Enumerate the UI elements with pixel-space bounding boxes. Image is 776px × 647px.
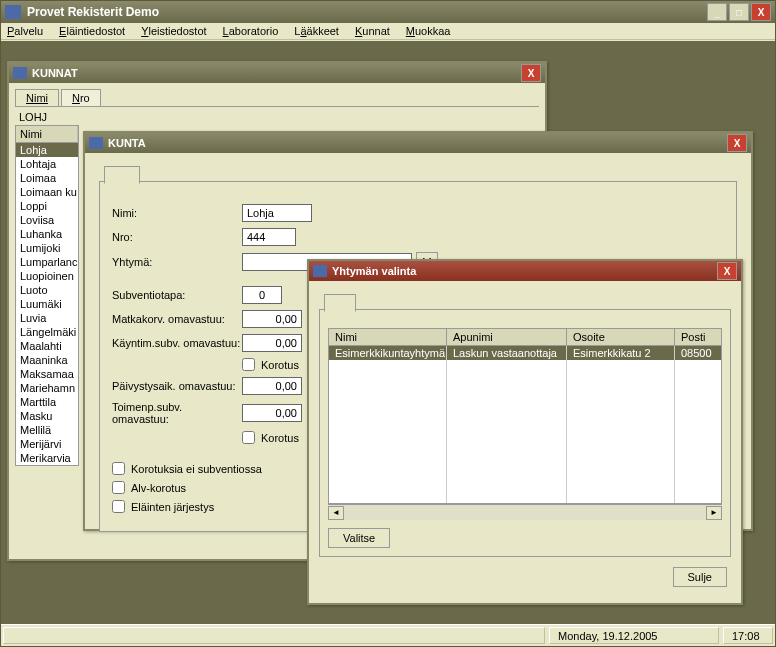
- label-chk1: Korotuksia ei subventiossa: [131, 463, 262, 475]
- label-chk3: Eläinten järjestys: [131, 501, 214, 513]
- col-apunimi[interactable]: Apunimi: [447, 329, 567, 345]
- list-item[interactable]: Luumäki: [16, 297, 78, 311]
- window-icon: [89, 137, 103, 149]
- window-icon: [313, 265, 327, 277]
- cell-posti: 08500: [675, 346, 721, 360]
- list-item[interactable]: Merijärvi: [16, 437, 78, 451]
- list-item[interactable]: Luvia: [16, 311, 78, 325]
- grid-row[interactable]: Esimerkkikuntayhtymä Laskun vastaanottaj…: [329, 346, 721, 360]
- app-icon: [5, 5, 21, 19]
- valitse-button[interactable]: Valitse: [328, 528, 390, 548]
- kunta-title: KUNTA: [108, 137, 727, 149]
- chk-alv-korotus[interactable]: [112, 481, 125, 494]
- col-nimi[interactable]: Nimi: [329, 329, 447, 345]
- list-item[interactable]: Marttila: [16, 395, 78, 409]
- label-korotus-1: Korotus: [261, 359, 299, 371]
- col-posti[interactable]: Posti: [675, 329, 721, 345]
- yht-close-button[interactable]: X: [717, 262, 737, 280]
- app-title: Provet Rekisterit Demo: [27, 5, 707, 19]
- kunta-close-button[interactable]: X: [727, 134, 747, 152]
- label-paivystys: Päivystysaik. omavastuu:: [112, 380, 242, 392]
- sulje-button[interactable]: Sulje: [673, 567, 727, 587]
- label-chk2: Alv-korotus: [131, 482, 186, 494]
- list-item[interactable]: Luopioinen: [16, 269, 78, 283]
- list-item[interactable]: Loimaa: [16, 171, 78, 185]
- input-nro[interactable]: [242, 228, 296, 246]
- window-icon: [13, 67, 27, 79]
- label-nro: Nro:: [112, 231, 242, 243]
- maximize-button[interactable]: □: [729, 3, 749, 21]
- grid-hscroll[interactable]: ◄ ►: [328, 504, 722, 520]
- list-item[interactable]: Maaninka: [16, 353, 78, 367]
- cell-apunimi: Laskun vastaanottaja: [447, 346, 567, 360]
- kunnat-tabs: Nimi Nro: [15, 89, 539, 107]
- menu-palvelu[interactable]: Palvelu: [7, 25, 43, 37]
- list-item[interactable]: Maalahti: [16, 339, 78, 353]
- chk-korotuksia-ei[interactable]: [112, 462, 125, 475]
- status-main: [3, 627, 545, 644]
- menu-muokkaa[interactable]: Muokkaa: [406, 25, 451, 37]
- list-item[interactable]: Luhanka: [16, 227, 78, 241]
- search-value: LOHJ: [15, 109, 539, 125]
- input-matkakorv[interactable]: [242, 310, 302, 328]
- minimize-button[interactable]: _: [707, 3, 727, 21]
- statusbar: Monday, 19.12.2005 17:08: [1, 624, 775, 646]
- list-item[interactable]: Loppi: [16, 199, 78, 213]
- kunnat-title: KUNNAT: [32, 67, 521, 79]
- tab-nimi[interactable]: Nimi: [15, 89, 59, 106]
- list-item[interactable]: Mariehamn: [16, 381, 78, 395]
- list-item[interactable]: Merikarvia: [16, 451, 78, 465]
- status-date: Monday, 19.12.2005: [549, 627, 719, 644]
- list-item[interactable]: Lumijoki: [16, 241, 78, 255]
- kunta-titlebar[interactable]: KUNTA X: [85, 133, 751, 153]
- label-matkakorv: Matkakorv. omavastuu:: [112, 313, 242, 325]
- label-nimi: Nimi:: [112, 207, 242, 219]
- list-item[interactable]: Masku: [16, 409, 78, 423]
- input-kayntim[interactable]: [242, 334, 302, 352]
- main-titlebar: Provet Rekisterit Demo _ □ X: [1, 1, 775, 23]
- menubar: Palvelu Eläintiedostot Yleistiedostot La…: [1, 23, 775, 40]
- col-osoite[interactable]: Osoite: [567, 329, 675, 345]
- yht-title: Yhtymän valinta: [332, 265, 717, 277]
- label-toimenp: Toimenp.subv. omavastuu:: [112, 401, 242, 425]
- input-toimenp[interactable]: [242, 404, 302, 422]
- yht-grid[interactable]: Nimi Apunimi Osoite Posti Esimer: [328, 328, 722, 504]
- input-nimi[interactable]: [242, 204, 312, 222]
- scroll-right-icon[interactable]: ►: [706, 506, 722, 520]
- input-subventiotapa[interactable]: [242, 286, 282, 304]
- yht-titlebar[interactable]: Yhtymän valinta X: [309, 261, 741, 281]
- list-item[interactable]: Loviisa: [16, 213, 78, 227]
- kunnat-close-button[interactable]: X: [521, 64, 541, 82]
- menu-kunnat[interactable]: Kunnat: [355, 25, 390, 37]
- col-nimi[interactable]: Nimi: [16, 126, 78, 143]
- scroll-left-icon[interactable]: ◄: [328, 506, 344, 520]
- list-item[interactable]: Längelmäki: [16, 325, 78, 339]
- list-item[interactable]: Lohtaja: [16, 157, 78, 171]
- yht-panel: Nimi Apunimi Osoite Posti Esimer: [319, 309, 731, 557]
- menu-laakkeet[interactable]: Lääkkeet: [294, 25, 339, 37]
- list-item[interactable]: Loimaan ku: [16, 185, 78, 199]
- kunnat-list[interactable]: Nimi LohjaLohtajaLoimaaLoimaan kuLoppiLo…: [15, 125, 79, 466]
- kunnat-titlebar[interactable]: KUNNAT X: [9, 63, 545, 83]
- close-button[interactable]: X: [751, 3, 771, 21]
- list-item[interactable]: Mellilä: [16, 423, 78, 437]
- list-item[interactable]: Lohja: [16, 143, 78, 157]
- label-subventiotapa: Subventiotapa:: [112, 289, 242, 301]
- status-time: 17:08: [723, 627, 773, 644]
- menu-elaintiedostot[interactable]: Eläintiedostot: [59, 25, 125, 37]
- chk-elainten-jarjestys[interactable]: [112, 500, 125, 513]
- list-item[interactable]: Lumparlanc: [16, 255, 78, 269]
- list-item[interactable]: Luoto: [16, 283, 78, 297]
- chk-korotus-2[interactable]: [242, 431, 255, 444]
- tab-nro[interactable]: Nro: [61, 89, 101, 106]
- menu-laboratorio[interactable]: Laboratorio: [223, 25, 279, 37]
- window-yhtyma-valinta: Yhtymän valinta X Nimi Apunimi Osoite Po…: [307, 259, 743, 605]
- chk-korotus-1[interactable]: [242, 358, 255, 371]
- menu-yleistiedostot[interactable]: Yleistiedostot: [141, 25, 206, 37]
- label-kayntim: Käyntim.subv. omavastuu:: [112, 337, 242, 349]
- main-window: Provet Rekisterit Demo _ □ X Palvelu Elä…: [0, 0, 776, 647]
- list-item[interactable]: Maksamaa: [16, 367, 78, 381]
- label-korotus-2: Korotus: [261, 432, 299, 444]
- mdi-client: KUNNAT X Nimi Nro LOHJ Nimi LohjaLohtaja…: [1, 41, 775, 624]
- input-paivystys[interactable]: [242, 377, 302, 395]
